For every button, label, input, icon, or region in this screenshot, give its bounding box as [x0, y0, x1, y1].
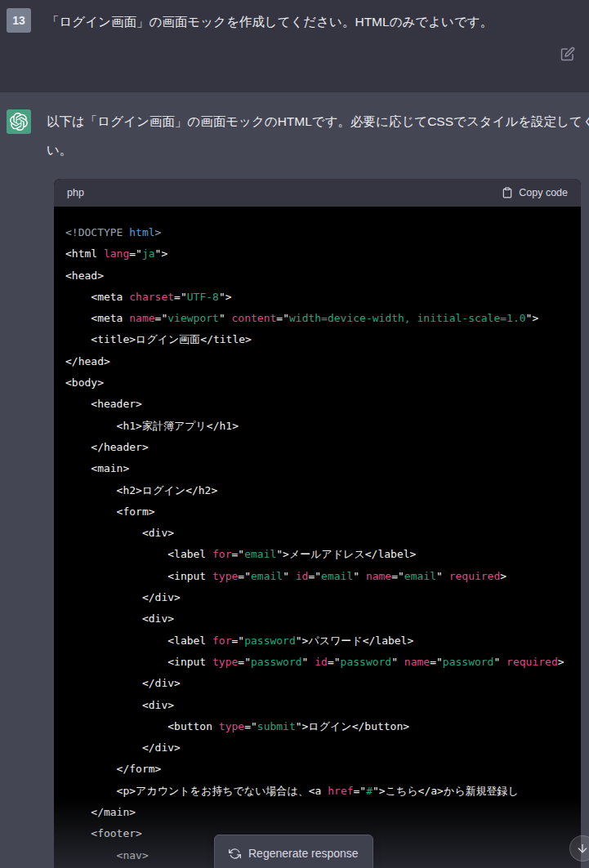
code-line: <div>: [65, 608, 569, 630]
code-content[interactable]: <!DOCTYPE html><html lang="ja"><head> <m…: [54, 207, 581, 868]
code-line: <p>アカウントをお持ちでない場合は、<a href="#">こちら</a>から…: [65, 781, 569, 802]
clipboard-icon: [502, 187, 513, 198]
code-line: <body>: [65, 372, 569, 394]
code-line: <h2>ログイン</h2>: [65, 480, 569, 501]
code-line: <h1>家計簿アプリ</h1>: [65, 416, 569, 437]
user-message-text: 「ログイン画面」の画面モックを作成してください。HTMLのみでよいです。: [47, 14, 493, 29]
code-line: <!DOCTYPE html>: [65, 222, 569, 243]
code-line: <html lang="ja">: [65, 243, 569, 265]
code-line: </header>: [65, 437, 569, 458]
code-line: <label for="password">パスワード</label>: [65, 630, 569, 652]
code-line: <meta charset="UTF-8">: [65, 287, 569, 308]
regenerate-label: Regenerate response: [248, 847, 359, 860]
arrow-down-icon: [576, 842, 589, 855]
code-line: <label for="email">メールアドレス</label>: [65, 544, 569, 565]
edit-pencil-icon: [560, 47, 575, 61]
code-line: <div>: [65, 695, 569, 716]
code-line: <div>: [65, 523, 569, 544]
copy-code-button[interactable]: Copy code: [502, 187, 568, 198]
code-line: <button type="submit">ログイン</button>: [65, 716, 569, 737]
code-line: </main>: [65, 802, 569, 823]
code-line: <main>: [65, 458, 569, 479]
code-language-label: php: [67, 187, 84, 198]
edit-message-button[interactable]: [560, 47, 575, 61]
code-block: php Copy code <!DOCTYPE html><html lang=…: [54, 179, 581, 868]
code-line: <header>: [65, 394, 569, 415]
assistant-message-row: 以下は「ログイン画面」の画面モックのHTMLです。必要に応じてCSSでスタイルを…: [0, 91, 589, 868]
code-line: </div>: [65, 737, 569, 759]
assistant-message-text-line1: 以下は「ログイン画面」の画面モックのHTMLです。必要に応じてCSSでスタイルを…: [47, 114, 589, 129]
code-line: <input type="email" id="email" name="ema…: [65, 566, 569, 587]
code-line: <title>ログイン画面</title>: [65, 329, 569, 350]
code-line: <meta name="viewport" content="width=dev…: [65, 308, 569, 329]
chatgpt-avatar: [7, 109, 31, 134]
regenerate-icon: [229, 848, 241, 860]
chat-screen: 13 「ログイン画面」の画面モックを作成してください。HTMLのみでよいです。 …: [0, 0, 589, 868]
code-line: <head>: [65, 265, 569, 287]
code-line: </div>: [65, 673, 569, 694]
copy-code-label: Copy code: [519, 187, 568, 198]
code-line: <input type="password" id="password" nam…: [65, 652, 569, 673]
regenerate-response-button[interactable]: Regenerate response: [214, 835, 373, 868]
code-line: </head>: [65, 351, 569, 372]
code-line: <form>: [65, 501, 569, 523]
user-avatar: 13: [7, 8, 31, 33]
code-line: </div>: [65, 587, 569, 608]
code-line: </form>: [65, 759, 569, 780]
code-block-header: php Copy code: [54, 179, 581, 207]
user-message-row: 13 「ログイン画面」の画面モックを作成してください。HTMLのみでよいです。: [0, 0, 589, 91]
openai-logo-icon: [10, 113, 28, 131]
user-avatar-label: 13: [12, 14, 25, 27]
scroll-to-bottom-button[interactable]: [569, 835, 589, 861]
assistant-message-text-line2: い。: [47, 142, 72, 158]
